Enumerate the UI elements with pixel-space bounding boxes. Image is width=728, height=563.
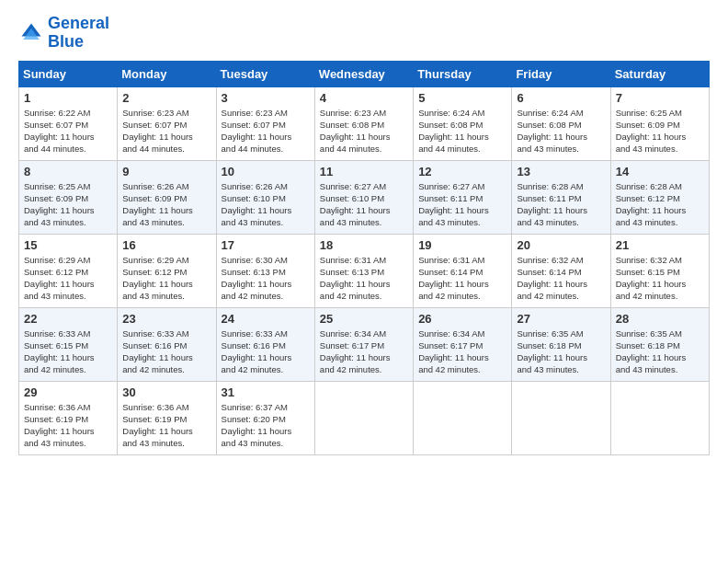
day-info: Sunrise: 6:26 AM Sunset: 6:10 PM Dayligh…: [222, 180, 311, 229]
calendar-cell: 23Sunrise: 6:33 AM Sunset: 6:16 PM Dayli…: [118, 307, 216, 381]
day-info: Sunrise: 6:29 AM Sunset: 6:12 PM Dayligh…: [122, 254, 211, 303]
day-info: Sunrise: 6:23 AM Sunset: 6:07 PM Dayligh…: [222, 107, 311, 155]
day-number: 31: [222, 385, 311, 399]
calendar-header-row: SundayMondayTuesdayWednesdayThursdayFrid…: [19, 61, 710, 86]
page: General Blue SundayMondayTuesdayWednesda…: [0, 0, 728, 563]
day-header: Saturday: [610, 61, 709, 86]
calendar-cell: 15Sunrise: 6:29 AM Sunset: 6:12 PM Dayli…: [19, 234, 118, 307]
day-info: Sunrise: 6:28 AM Sunset: 6:12 PM Dayligh…: [616, 180, 705, 229]
calendar-cell: 18Sunrise: 6:31 AM Sunset: 6:13 PM Dayli…: [314, 234, 413, 307]
day-info: Sunrise: 6:27 AM Sunset: 6:10 PM Dayligh…: [320, 180, 409, 229]
calendar-cell: 5Sunrise: 6:24 AM Sunset: 6:08 PM Daylig…: [414, 86, 512, 160]
day-number: 24: [222, 312, 311, 326]
day-number: 29: [24, 385, 113, 399]
calendar-cell: 13Sunrise: 6:28 AM Sunset: 6:11 PM Dayli…: [512, 160, 610, 234]
calendar-cell: [610, 381, 709, 454]
day-number: 15: [24, 238, 113, 252]
day-number: 8: [24, 165, 113, 178]
logo-text: General Blue: [48, 15, 109, 52]
day-number: 28: [616, 312, 705, 326]
day-info: Sunrise: 6:35 AM Sunset: 6:18 PM Dayligh…: [517, 327, 606, 376]
calendar-cell: 28Sunrise: 6:35 AM Sunset: 6:18 PM Dayli…: [610, 307, 709, 381]
logo-icon: [18, 20, 44, 46]
calendar-cell: 20Sunrise: 6:32 AM Sunset: 6:14 PM Dayli…: [512, 234, 610, 307]
calendar-cell: 26Sunrise: 6:34 AM Sunset: 6:17 PM Dayli…: [414, 307, 512, 381]
calendar-cell: 9Sunrise: 6:26 AM Sunset: 6:09 PM Daylig…: [118, 160, 216, 234]
calendar-cell: 11Sunrise: 6:27 AM Sunset: 6:10 PM Dayli…: [314, 160, 413, 234]
day-info: Sunrise: 6:22 AM Sunset: 6:07 PM Dayligh…: [24, 107, 113, 155]
calendar-week-row: 15Sunrise: 6:29 AM Sunset: 6:12 PM Dayli…: [19, 234, 710, 307]
day-header: Sunday: [19, 61, 118, 86]
day-number: 5: [418, 91, 507, 105]
day-info: Sunrise: 6:33 AM Sunset: 6:16 PM Dayligh…: [222, 327, 311, 376]
calendar-cell: 8Sunrise: 6:25 AM Sunset: 6:09 PM Daylig…: [19, 160, 118, 234]
day-info: Sunrise: 6:36 AM Sunset: 6:19 PM Dayligh…: [24, 401, 113, 450]
day-info: Sunrise: 6:34 AM Sunset: 6:17 PM Dayligh…: [418, 327, 507, 376]
calendar-cell: 25Sunrise: 6:34 AM Sunset: 6:17 PM Dayli…: [314, 307, 413, 381]
day-number: 21: [616, 238, 705, 252]
calendar-cell: 17Sunrise: 6:30 AM Sunset: 6:13 PM Dayli…: [216, 234, 314, 307]
day-info: Sunrise: 6:25 AM Sunset: 6:09 PM Dayligh…: [24, 180, 113, 229]
day-info: Sunrise: 6:33 AM Sunset: 6:15 PM Dayligh…: [24, 327, 113, 376]
day-info: Sunrise: 6:24 AM Sunset: 6:08 PM Dayligh…: [517, 107, 606, 155]
day-info: Sunrise: 6:36 AM Sunset: 6:19 PM Dayligh…: [122, 401, 211, 450]
day-info: Sunrise: 6:35 AM Sunset: 6:18 PM Dayligh…: [616, 327, 705, 376]
day-info: Sunrise: 6:32 AM Sunset: 6:15 PM Dayligh…: [616, 254, 705, 303]
day-number: 4: [320, 91, 409, 105]
day-info: Sunrise: 6:28 AM Sunset: 6:11 PM Dayligh…: [517, 180, 606, 229]
day-number: 27: [517, 312, 606, 326]
day-number: 2: [122, 91, 211, 105]
day-number: 1: [24, 91, 113, 105]
day-info: Sunrise: 6:34 AM Sunset: 6:17 PM Dayligh…: [320, 327, 409, 376]
day-number: 6: [517, 91, 606, 105]
calendar-cell: 12Sunrise: 6:27 AM Sunset: 6:11 PM Dayli…: [414, 160, 512, 234]
day-info: Sunrise: 6:23 AM Sunset: 6:08 PM Dayligh…: [320, 107, 409, 155]
calendar-cell: 19Sunrise: 6:31 AM Sunset: 6:14 PM Dayli…: [414, 234, 512, 307]
day-number: 23: [122, 312, 211, 326]
day-number: 12: [418, 165, 507, 178]
day-number: 18: [320, 238, 409, 252]
day-number: 16: [122, 238, 211, 252]
day-info: Sunrise: 6:26 AM Sunset: 6:09 PM Dayligh…: [122, 180, 211, 229]
calendar-table: SundayMondayTuesdayWednesdayThursdayFrid…: [18, 61, 710, 455]
calendar-cell: 10Sunrise: 6:26 AM Sunset: 6:10 PM Dayli…: [216, 160, 314, 234]
day-header: Tuesday: [216, 61, 314, 86]
day-info: Sunrise: 6:24 AM Sunset: 6:08 PM Dayligh…: [418, 107, 507, 155]
calendar-cell: 31Sunrise: 6:37 AM Sunset: 6:20 PM Dayli…: [216, 381, 314, 454]
day-info: Sunrise: 6:31 AM Sunset: 6:13 PM Dayligh…: [320, 254, 409, 303]
day-number: 7: [616, 91, 705, 105]
day-header: Monday: [118, 61, 216, 86]
calendar-week-row: 1Sunrise: 6:22 AM Sunset: 6:07 PM Daylig…: [19, 86, 710, 160]
header: General Blue: [18, 15, 710, 52]
day-info: Sunrise: 6:29 AM Sunset: 6:12 PM Dayligh…: [24, 254, 113, 303]
calendar-week-row: 8Sunrise: 6:25 AM Sunset: 6:09 PM Daylig…: [19, 160, 710, 234]
day-number: 30: [122, 385, 211, 399]
logo: General Blue: [18, 15, 109, 52]
calendar-cell: [512, 381, 610, 454]
day-info: Sunrise: 6:32 AM Sunset: 6:14 PM Dayligh…: [517, 254, 606, 303]
calendar-cell: 4Sunrise: 6:23 AM Sunset: 6:08 PM Daylig…: [314, 86, 413, 160]
calendar-cell: 16Sunrise: 6:29 AM Sunset: 6:12 PM Dayli…: [118, 234, 216, 307]
calendar-cell: 1Sunrise: 6:22 AM Sunset: 6:07 PM Daylig…: [19, 86, 118, 160]
day-number: 25: [320, 312, 409, 326]
day-number: 26: [418, 312, 507, 326]
calendar-cell: 24Sunrise: 6:33 AM Sunset: 6:16 PM Dayli…: [216, 307, 314, 381]
day-info: Sunrise: 6:37 AM Sunset: 6:20 PM Dayligh…: [222, 401, 311, 450]
calendar-cell: 22Sunrise: 6:33 AM Sunset: 6:15 PM Dayli…: [19, 307, 118, 381]
day-number: 13: [517, 165, 606, 178]
calendar-cell: 27Sunrise: 6:35 AM Sunset: 6:18 PM Dayli…: [512, 307, 610, 381]
day-number: 11: [320, 165, 409, 178]
calendar-cell: 30Sunrise: 6:36 AM Sunset: 6:19 PM Dayli…: [118, 381, 216, 454]
calendar-cell: 3Sunrise: 6:23 AM Sunset: 6:07 PM Daylig…: [216, 86, 314, 160]
day-header: Wednesday: [314, 61, 413, 86]
calendar-week-row: 29Sunrise: 6:36 AM Sunset: 6:19 PM Dayli…: [19, 381, 710, 454]
day-info: Sunrise: 6:33 AM Sunset: 6:16 PM Dayligh…: [122, 327, 211, 376]
calendar-cell: 14Sunrise: 6:28 AM Sunset: 6:12 PM Dayli…: [610, 160, 709, 234]
day-info: Sunrise: 6:30 AM Sunset: 6:13 PM Dayligh…: [222, 254, 311, 303]
day-info: Sunrise: 6:31 AM Sunset: 6:14 PM Dayligh…: [418, 254, 507, 303]
day-info: Sunrise: 6:25 AM Sunset: 6:09 PM Dayligh…: [616, 107, 705, 155]
day-number: 17: [222, 238, 311, 252]
day-number: 14: [616, 165, 705, 178]
calendar-week-row: 22Sunrise: 6:33 AM Sunset: 6:15 PM Dayli…: [19, 307, 710, 381]
day-number: 22: [24, 312, 113, 326]
